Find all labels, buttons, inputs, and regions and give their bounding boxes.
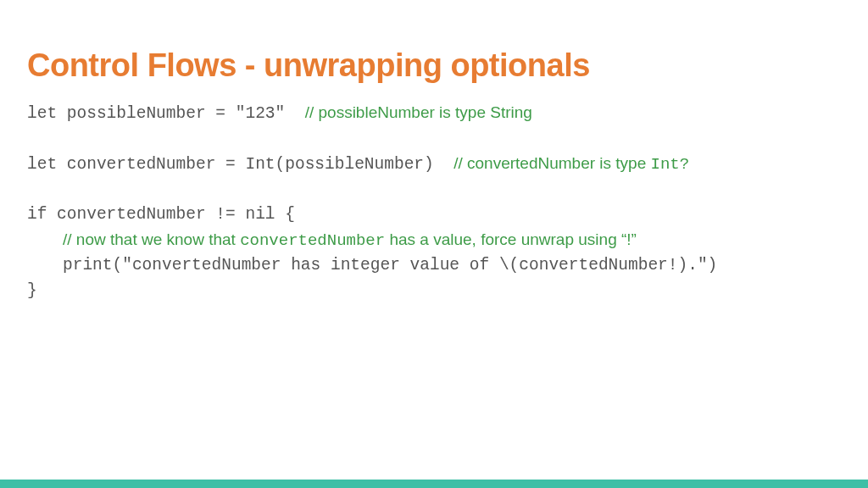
code-line-3: if convertedNumber != nil { [27, 206, 841, 231]
code-line-6: } [27, 282, 841, 308]
blank-line [27, 180, 841, 206]
code-comment: // convertedNumber is type Int? [453, 155, 689, 174]
comment-text: “!” [621, 230, 637, 248]
code-line-1: let possibleNumber = "123" // possibleNu… [27, 104, 841, 130]
code-comment: // now that we know that convertedNumber… [63, 231, 637, 250]
slide: Control Flows - unwrapping optionals let… [0, 0, 868, 488]
code-comment: // possibleNumber is type String [305, 104, 532, 121]
code-text: if convertedNumber != nil { [27, 206, 295, 223]
code-block: let possibleNumber = "123" // possibleNu… [27, 104, 841, 308]
blank-line [27, 130, 841, 155]
comment-text: // convertedNumber is type [453, 154, 650, 172]
slide-title: Control Flows - unwrapping optionals [27, 47, 841, 84]
code-line-2: let convertedNumber = Int(possibleNumber… [27, 155, 841, 180]
comment-text: // now that we know that [63, 230, 240, 248]
code-line-5: print("convertedNumber has integer value… [27, 257, 841, 282]
code-text: let possibleNumber = "123" [27, 105, 305, 122]
footer-accent-bar [0, 480, 868, 488]
code-line-4: // now that we know that convertedNumber… [27, 231, 841, 257]
code-text: let convertedNumber = Int(possibleNumber… [27, 156, 453, 173]
code-text: print("convertedNumber has integer value… [63, 257, 717, 274]
code-text: } [27, 282, 37, 299]
comment-text: has a value, force unwrap using [385, 230, 621, 248]
comment-mono: Int? [651, 155, 690, 174]
comment-mono: convertedNumber [240, 231, 385, 250]
